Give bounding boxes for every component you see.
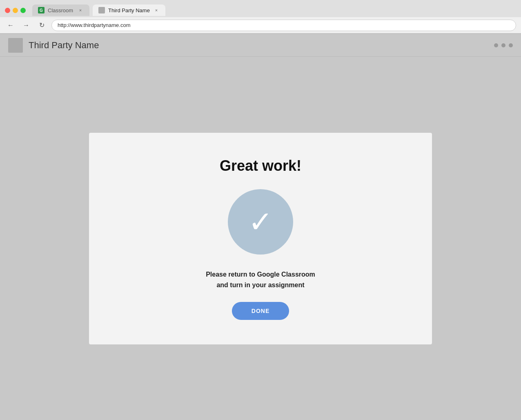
tab-favicon-thirdparty bbox=[98, 7, 105, 13]
reload-button[interactable]: ↻ bbox=[36, 20, 47, 31]
card-message-line1: Please return to Google Classroom bbox=[206, 271, 315, 278]
site-header: Third Party Name bbox=[0, 34, 521, 57]
tab-classroom[interactable]: G Classroom × bbox=[32, 4, 89, 16]
header-dot-2 bbox=[501, 43, 505, 47]
site-logo bbox=[8, 38, 23, 53]
site-header-actions bbox=[494, 43, 513, 47]
tab-thirdparty-close[interactable]: × bbox=[153, 7, 160, 13]
card-title: Great work! bbox=[220, 157, 301, 174]
site-title: Third Party Name bbox=[29, 40, 99, 51]
nav-bar: ← → ↻ bbox=[0, 17, 521, 34]
done-button[interactable]: DONE bbox=[232, 302, 289, 320]
header-dot-1 bbox=[494, 43, 498, 47]
completion-card: Great work! ✓ Please return to Google Cl… bbox=[89, 133, 432, 344]
classroom-favicon-icon: G bbox=[38, 7, 45, 13]
tab-classroom-close[interactable]: × bbox=[77, 7, 84, 13]
tab-favicon-classroom: G bbox=[38, 7, 45, 13]
close-window-button[interactable] bbox=[5, 8, 10, 13]
address-bar[interactable] bbox=[51, 20, 516, 31]
header-dot-3 bbox=[509, 43, 513, 47]
checkmark-icon: ✓ bbox=[248, 207, 273, 237]
tab-classroom-label: Classroom bbox=[48, 7, 74, 13]
tab-thirdparty[interactable]: Third Party Name × bbox=[93, 4, 165, 16]
browser-chrome: G Classroom × Third Party Name × ← → ↻ bbox=[0, 0, 521, 34]
check-circle: ✓ bbox=[228, 189, 293, 255]
thirdparty-favicon-icon bbox=[98, 7, 105, 13]
page-content: Great work! ✓ Please return to Google Cl… bbox=[0, 57, 521, 420]
window-controls bbox=[5, 8, 26, 13]
card-message: Please return to Google Classroom and tu… bbox=[206, 269, 315, 290]
tab-thirdparty-label: Third Party Name bbox=[108, 7, 150, 13]
title-bar: G Classroom × Third Party Name × bbox=[0, 0, 521, 17]
forward-button[interactable]: → bbox=[20, 20, 32, 31]
card-message-line2: and turn in your assignment bbox=[216, 281, 304, 288]
minimize-window-button[interactable] bbox=[13, 8, 18, 13]
maximize-window-button[interactable] bbox=[20, 8, 26, 13]
back-button[interactable]: ← bbox=[5, 20, 16, 31]
